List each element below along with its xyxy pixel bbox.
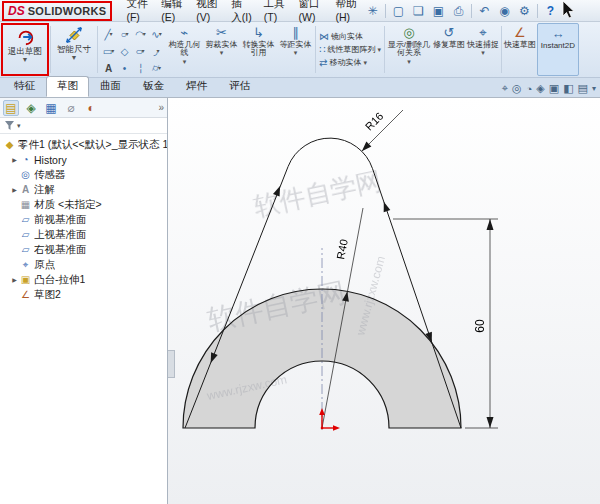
menu-tools[interactable]: 工具(T) (258, 0, 293, 27)
tab-sketch[interactable]: 草图 (46, 76, 89, 97)
smart-dimension-label: 智能尺寸 (57, 45, 91, 54)
print-icon[interactable]: ⎙ (451, 4, 466, 18)
display-style-icon[interactable]: ◧ (563, 82, 573, 95)
line-tool-icon[interactable]: ╱▾ (101, 26, 116, 42)
tree-item-annotations[interactable]: ▶ A 注解 (0, 182, 167, 197)
dim-r40-text[interactable]: R40 (334, 238, 350, 260)
polygon-tool-icon[interactable]: ◇ (117, 43, 132, 59)
offset-entities-button[interactable]: ∥ 等距实体 ▾ (277, 23, 314, 76)
display-delete-relations-button[interactable]: ◎ 显示/删除几何关系 ▾ (386, 23, 432, 76)
menu-insert[interactable]: 插入(I) (225, 0, 257, 27)
tree-item-material[interactable]: ▦ 材质 <未指定> (0, 197, 167, 212)
quick-access-toolbar: ✳ ▢ ❏ ▣ ⎙ ↶ ◉ ⚙ ? (365, 4, 558, 18)
tab-weldments[interactable]: 焊件 (175, 76, 218, 97)
exit-sketch-label: 退出草图 (8, 47, 42, 56)
chevron-down-icon[interactable]: ▼ (22, 56, 29, 63)
hide-show-items-icon[interactable]: ◔ (526, 83, 533, 95)
open-document-icon[interactable]: ❏ (411, 4, 426, 18)
ribbon-toolbar: 退出草图 ▼ 智能尺寸 ▼ ╱▾ ○▾ ◠▾ ∿▾ ▭▾ ◇ ○▾ ◞▾ A • (0, 22, 600, 78)
ellipse-tool-icon[interactable]: ○▾ (133, 43, 148, 59)
circle-tool-icon[interactable]: ○▾ (117, 26, 132, 42)
menu-edit[interactable]: 编辑(E) (155, 0, 190, 27)
chevron-down-icon[interactable]: ▾ (407, 58, 411, 65)
top-arc-r16[interactable] (288, 138, 372, 168)
repair-sketch-icon: ↺ (443, 26, 454, 41)
chevron-down-icon[interactable]: ▾ (592, 84, 596, 93)
sketch-origin[interactable] (319, 408, 340, 431)
fillet-tool-icon[interactable]: ◞▾ (149, 43, 164, 59)
options-gear-icon[interactable]: ⚙ (517, 4, 532, 18)
rapid-sketch-button[interactable]: ∠ 快速草图 (503, 23, 537, 76)
tree-item-history[interactable]: ▶ ◔ History (0, 152, 167, 167)
panel-expand-chevron-icon[interactable]: » (158, 102, 164, 113)
propertymanager-tab-icon[interactable]: ◈ (23, 101, 39, 115)
chevron-down-icon[interactable]: ▾ (294, 49, 298, 56)
section-view-icon[interactable]: ▤ (578, 82, 588, 95)
dim-r16-text[interactable]: R16 (363, 110, 386, 133)
tree-root-part[interactable]: ◆ 零件1 (默认<<默认>_显示状态 1>) (0, 137, 167, 152)
centerline-tool-icon[interactable]: ╎ (133, 60, 148, 76)
dim-60-text[interactable]: 60 (473, 319, 487, 333)
part-icon: ◆ (3, 139, 16, 150)
text-tool-icon[interactable]: A (101, 60, 116, 76)
chevron-down-icon[interactable]: ▾ (363, 59, 367, 66)
new-document-icon[interactable]: ▢ (391, 4, 406, 18)
smart-dimension-button[interactable]: 智能尺寸 ▼ (52, 23, 96, 76)
sw-resources-icon[interactable]: ✳ (365, 4, 380, 18)
expand-arrow-icon[interactable]: ▶ (10, 186, 19, 193)
rectangle-tool-icon[interactable]: ▭▾ (101, 43, 116, 59)
menu-view[interactable]: 视图(V) (190, 0, 225, 27)
save-icon[interactable]: ▣ (431, 4, 446, 18)
tree-item-sketch2[interactable]: ∠ 草图2 (0, 287, 167, 302)
chevron-down-icon[interactable]: ▾ (377, 46, 381, 53)
convert-entities-button[interactable]: ↳ 转换实体引用 (240, 23, 277, 76)
mirror-entities-button[interactable]: ⋈ 镜向实体 (319, 31, 381, 42)
tree-item-origin[interactable]: ⌖ 原点 (0, 257, 167, 272)
dimxpertmanager-tab-icon[interactable]: ⌀ (63, 101, 79, 115)
chevron-down-icon[interactable]: ▼ (71, 54, 78, 61)
tab-sheet-metal[interactable]: 钣金 (132, 76, 175, 97)
view-orientation-icon[interactable]: ▣ (549, 82, 559, 95)
trim-entities-button[interactable]: ✂ 剪裁实体 ▾ (203, 23, 240, 76)
appearance-icon[interactable]: ◈ (536, 82, 544, 95)
instant2d-button[interactable]: ↔ Instant2D (537, 23, 579, 76)
menu-window[interactable]: 窗口(W) (292, 0, 329, 27)
configurationmanager-tab-icon[interactable]: ▦ (43, 101, 59, 115)
chevron-down-icon[interactable]: ▾ (17, 122, 21, 129)
spline-tool-icon[interactable]: ∿▾ (149, 26, 164, 42)
sketch-canvas[interactable]: 软件自学网 软件自学网 www.rjzxw.com www.rjzxw.com (168, 98, 599, 504)
exit-sketch-button[interactable]: 退出草图 ▼ (3, 25, 47, 74)
displaymanager-tab-icon[interactable]: ◐ (83, 101, 99, 115)
menu-file[interactable]: 文件(F) (120, 0, 155, 27)
expand-arrow-icon[interactable]: ▶ (10, 276, 19, 283)
quick-snaps-button[interactable]: ⌖ 快速捕捉 ▾ (466, 23, 500, 76)
graphics-viewport[interactable]: 软件自学网 软件自学网 www.rjzxw.com www.rjzxw.com (168, 98, 600, 504)
tab-evaluate[interactable]: 评估 (218, 76, 261, 97)
chevron-down-icon[interactable]: ▾ (220, 49, 224, 56)
chevron-down-icon[interactable]: ▾ (481, 49, 485, 56)
undo-icon[interactable]: ↶ (477, 4, 492, 18)
linear-sketch-pattern-button[interactable]: ∷ 线性草图阵列 ▾ (319, 44, 381, 55)
filter-funnel-icon[interactable] (4, 120, 15, 131)
repair-sketch-button[interactable]: ↺ 修复草图 (432, 23, 466, 76)
zoom-fit-icon[interactable]: ⌖ (502, 82, 508, 95)
view-settings-glasses-icon[interactable]: ◎ (512, 82, 522, 95)
arc-tool-icon[interactable]: ◠▾ (133, 26, 148, 42)
tab-features[interactable]: 特征 (3, 76, 46, 97)
expand-arrow-icon[interactable]: ▶ (10, 156, 19, 163)
tree-item-front-plane[interactable]: ▱ 前视基准面 (0, 212, 167, 227)
rebuild-icon[interactable]: ◉ (497, 4, 512, 18)
slot-tool-icon[interactable]: ⌭▾ (149, 60, 164, 76)
tree-item-sensors[interactable]: ◎ 传感器 (0, 167, 167, 182)
tab-surfaces[interactable]: 曲面 (89, 76, 132, 97)
tree-item-right-plane[interactable]: ▱ 右视基准面 (0, 242, 167, 257)
construction-geometry-button[interactable]: ⌁ 构造几何线 ▾ (166, 23, 203, 76)
tree-item-boss-extrude[interactable]: ▶ ▣ 凸台-拉伸1 (0, 272, 167, 287)
move-entities-button[interactable]: ⇄ 移动实体 ▾ (319, 57, 381, 68)
tree-item-top-plane[interactable]: ▱ 上视基准面 (0, 227, 167, 242)
help-icon[interactable]: ? (543, 4, 558, 18)
chevron-down-icon[interactable]: ▾ (183, 58, 187, 65)
point-tool-icon[interactable]: • (117, 60, 132, 76)
menu-help[interactable]: 帮助(H) (330, 0, 365, 27)
featuremanager-tree-tab-icon[interactable]: ▤ (3, 100, 19, 116)
